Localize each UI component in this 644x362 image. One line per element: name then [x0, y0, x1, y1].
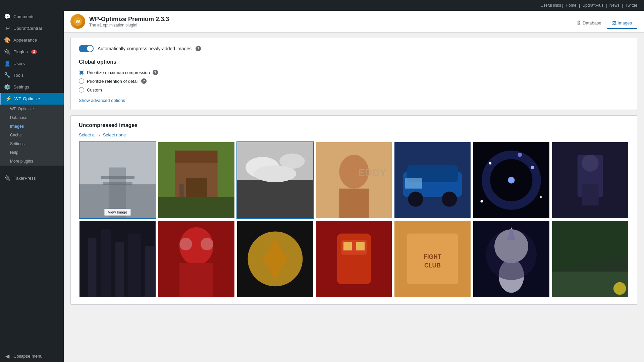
sidebar-item-database[interactable]: Database — [0, 113, 64, 122]
image-thumb-unicorn[interactable] — [473, 220, 550, 298]
sidebar-item-fakerpress[interactable]: 🔌 FakerPress — [0, 172, 64, 184]
plugins-icon: 🔌 — [4, 49, 11, 55]
svg-point-51 — [201, 238, 213, 250]
image-thumb-green[interactable] — [551, 220, 629, 298]
image-thumb-hero[interactable] — [551, 141, 629, 219]
image-thumb-ironman[interactable] — [315, 220, 393, 298]
image-thumb-car[interactable] — [394, 141, 471, 219]
radio-group: Prioritize maximum compression ? Priorit… — [79, 70, 629, 93]
svg-point-34 — [481, 200, 483, 203]
svg-text:CLUB: CLUB — [424, 262, 441, 268]
plugins-badge: 3 — [31, 50, 37, 54]
radio-max-compression[interactable] — [79, 70, 84, 75]
plugin-subtitle: The #1 optimization plugin! — [89, 23, 169, 27]
svg-rect-9 — [175, 150, 217, 163]
svg-point-35 — [518, 153, 522, 157]
radio-item-max-compression: Prioritize maximum compression ? — [79, 70, 629, 75]
sidebar-item-plugins[interactable]: 🔌 Plugins 3 — [0, 46, 64, 58]
svg-rect-11 — [158, 197, 234, 218]
sidebar-item-wp-optimize-sub[interactable]: WP-Optimize — [0, 105, 64, 113]
wp-optimize-submenu: WP-Optimize Database Images Cache Settin… — [0, 105, 64, 166]
sidebar-item-appearance[interactable]: 🎨 Appearance — [0, 34, 64, 46]
svg-rect-5 — [101, 176, 135, 179]
svg-text:FIGHT: FIGHT — [424, 253, 441, 260]
select-all-link[interactable]: Select all — [79, 132, 97, 137]
max-compression-help-icon[interactable]: ? — [153, 70, 158, 75]
image-thumb-superman[interactable] — [236, 220, 314, 298]
tools-icon: 🔧 — [4, 72, 11, 78]
image-thumb-dark-city[interactable] — [79, 220, 156, 298]
radio-retention[interactable] — [79, 78, 84, 84]
global-options-title: Global options — [79, 59, 629, 65]
svg-point-32 — [531, 166, 534, 169]
view-image-btn-pier[interactable]: View Image — [105, 209, 130, 216]
image-thumb-spiderman[interactable] — [158, 220, 235, 298]
svg-point-38 — [582, 155, 598, 172]
top-nav: 🗄 Database 🖼 Images — [572, 18, 637, 29]
auto-compress-section: Automatically compress newly-added image… — [70, 38, 637, 110]
svg-rect-45 — [128, 234, 141, 297]
radio-label-custom: Custom — [87, 87, 102, 93]
svg-point-25 — [408, 191, 423, 206]
updraftcentral-icon: ↩ — [4, 25, 11, 32]
sidebar-item-settings[interactable]: ⚙️ Settings — [0, 81, 64, 93]
tab-images[interactable]: 🖼 Images — [607, 18, 637, 29]
svg-rect-20 — [339, 189, 369, 218]
collapse-menu-button[interactable]: ◀ Collapse menu — [0, 350, 64, 362]
wp-optimize-icon: ⚡ — [5, 96, 12, 102]
radio-label-retention: Prioritize retention of detail — [87, 79, 139, 84]
settings-icon: ⚙️ — [4, 84, 11, 90]
tab-icon-database: 🗄 — [577, 20, 581, 25]
radio-item-retention: Prioritize retention of detail ? — [79, 78, 629, 84]
uncompressed-title: Uncompressed images — [79, 122, 629, 128]
image-thumb-barn[interactable] — [158, 141, 235, 219]
main-layout: 💬 Comments ↩ UpdraftCentral 🎨 Appearance… — [0, 11, 644, 362]
tab-database[interactable]: 🗄 Database — [572, 18, 606, 29]
content-wrap: W WP-Optimize Premium 2.3.3 The #1 optim… — [64, 11, 644, 362]
auto-compress-help-icon[interactable]: ? — [196, 46, 201, 51]
image-thumb-woman[interactable]: EDDY — [315, 141, 393, 219]
auto-compress-toggle[interactable] — [79, 45, 94, 52]
radio-custom[interactable] — [79, 87, 84, 93]
image-thumb-sky[interactable] — [236, 141, 314, 219]
show-advanced-options-link[interactable]: Show advanced options — [79, 98, 125, 103]
sidebar-item-comments[interactable]: 💬 Comments — [0, 11, 64, 22]
link-twitter[interactable]: Twitter — [626, 3, 637, 8]
sidebar-item-cache[interactable]: Cache — [0, 131, 64, 139]
sidebar-item-users[interactable]: 👤 Users — [0, 58, 64, 69]
sidebar-item-tools[interactable]: 🔧 Tools — [0, 69, 64, 81]
svg-point-73 — [613, 282, 626, 295]
svg-rect-12 — [179, 184, 184, 197]
image-thumb-galaxy[interactable] — [473, 141, 550, 219]
appearance-icon: 🎨 — [4, 37, 11, 43]
main-content: Automatically compress newly-added image… — [64, 33, 644, 362]
sidebar-item-settings-sub[interactable]: Settings — [0, 139, 64, 148]
plugin-logo: W — [70, 14, 85, 29]
image-thumb-pier[interactable]: View Image — [79, 141, 156, 219]
svg-rect-43 — [101, 229, 111, 297]
svg-point-17 — [254, 165, 296, 182]
auto-compress-label: Automatically compress newly-added image… — [98, 46, 192, 51]
sidebar-item-wp-optimize[interactable]: ⚡ WP-Optimize — [0, 93, 64, 105]
link-news[interactable]: News — [609, 3, 620, 8]
images-grid-row1: View Image — [79, 141, 629, 219]
svg-rect-59 — [343, 242, 352, 250]
sidebar-item-help[interactable]: Help — [0, 148, 64, 157]
link-updraftplus[interactable]: UpdraftPlus — [582, 3, 603, 8]
svg-rect-14 — [237, 180, 313, 218]
sidebar-item-updraftcentral[interactable]: ↩ UpdraftCentral — [0, 22, 64, 34]
retention-help-icon[interactable]: ? — [141, 78, 147, 84]
users-icon: 👤 — [4, 60, 11, 67]
select-none-link[interactable]: Select none — [103, 132, 126, 137]
image-thumb-fightclub[interactable]: FIGHT CLUB — [394, 220, 471, 298]
svg-text:W: W — [75, 19, 80, 24]
link-home[interactable]: Home — [566, 3, 577, 8]
svg-rect-6 — [103, 182, 132, 185]
toggle-row: Automatically compress newly-added image… — [79, 45, 629, 52]
svg-rect-40 — [590, 184, 599, 205]
radio-item-custom: Custom — [79, 87, 629, 93]
sidebar-item-more-plugins[interactable]: More plugins — [0, 157, 64, 166]
fakerpress-icon: 🔌 — [4, 175, 11, 181]
svg-point-69 — [486, 229, 537, 280]
sidebar-item-images[interactable]: Images — [0, 122, 64, 131]
